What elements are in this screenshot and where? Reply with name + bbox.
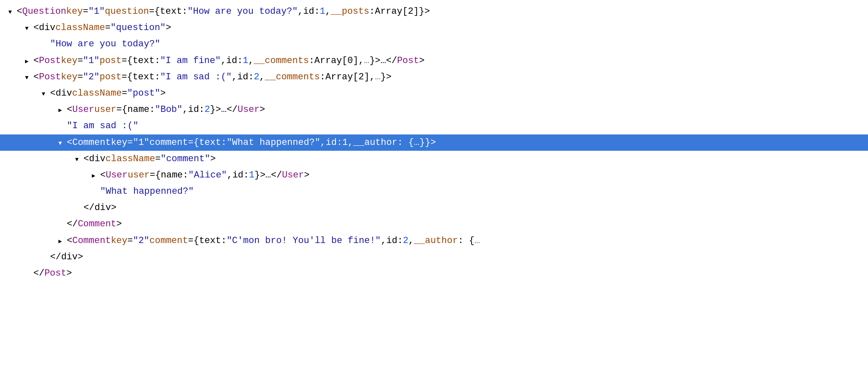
code-token-punct: <: [67, 233, 72, 248]
tree-toggle-arrow[interactable]: [58, 139, 67, 148]
code-token-punct: }}>: [419, 135, 436, 150]
code-token-punct: :: [309, 53, 314, 68]
tree-line[interactable]: "I am sad :(": [0, 118, 868, 134]
tree-toggle-arrow[interactable]: [92, 171, 100, 180]
code-token-string: "1": [88, 4, 105, 19]
tree-line[interactable]: </Comment>: [0, 216, 868, 232]
tree-line[interactable]: <Question key="1" question={text: "How a…: [0, 3, 868, 20]
tree-toggle-arrow[interactable]: [58, 237, 67, 246]
code-token-plain: text:: [199, 233, 227, 248]
code-token-punct: ,: [358, 53, 364, 68]
code-token-punct: <: [83, 152, 89, 166]
code-token-punct: =: [127, 135, 133, 150]
code-token-plain: div: [61, 250, 78, 264]
code-token-punct: :: [320, 70, 326, 84]
code-token-punct: <: [17, 4, 22, 19]
code-token-attr: __posts: [331, 4, 369, 19]
code-token-punct: ={: [121, 70, 132, 84]
tree-line[interactable]: "What happenned?": [0, 183, 868, 200]
tree-line[interactable]: <User user={name: "Bob", id: 2}>…</User>: [0, 101, 868, 118]
code-token-gray: …: [474, 233, 480, 248]
code-token-tag: Comment: [72, 233, 111, 248]
code-token-punct: <: [67, 102, 72, 117]
code-token-punct: : {: [458, 233, 474, 248]
code-token-plain: text:: [199, 135, 227, 150]
tree-line[interactable]: <div className="question">: [0, 20, 868, 36]
code-token-punct: ,: [259, 70, 265, 84]
code-token-plain: text:: [133, 53, 160, 68]
code-token-attr: user: [128, 168, 150, 182]
tree-toggle-arrow[interactable]: [42, 89, 50, 99]
code-token-punct: ={: [149, 4, 160, 19]
code-token-punct: ,: [409, 233, 414, 248]
tree-toggle-arrow[interactable]: [25, 24, 33, 33]
tree-line[interactable]: <Comment key="1" comment={text: "What ha…: [0, 134, 868, 151]
code-token-punct: >: [210, 152, 216, 166]
code-token-tag: User: [237, 102, 260, 117]
tree-toggle-arrow[interactable]: [75, 155, 83, 164]
tree-line[interactable]: <div className="post">: [0, 85, 868, 101]
tree-line[interactable]: <Post key="2" post={text: "I am sad :(",…: [0, 69, 868, 85]
code-token-string: "What happenned?": [100, 184, 194, 199]
code-token-punct: >: [111, 200, 116, 215]
code-token-punct: >: [66, 266, 72, 281]
code-token-punct: </: [67, 217, 78, 231]
code-token-string: "post": [127, 86, 160, 101]
code-token-string: "2": [133, 233, 149, 248]
code-token-gray: …: [375, 70, 381, 84]
tree-line[interactable]: </Post>: [0, 265, 868, 281]
code-token-plain: Array[0]: [314, 53, 358, 68]
code-token-attr: __comments: [265, 70, 320, 84]
code-token-punct: }>…</: [255, 168, 282, 182]
code-token-punct: <: [67, 135, 72, 150]
code-token-number: 2: [254, 70, 259, 84]
tree-line[interactable]: <Comment key="2" comment={text: "C'mon b…: [0, 233, 868, 249]
code-token-punct: }>: [381, 70, 391, 84]
code-token-plain: id:: [232, 168, 249, 182]
code-token-punct: <: [33, 20, 39, 35]
code-token-string: "How are you today?": [187, 4, 298, 19]
code-token-punct: ,: [320, 135, 326, 150]
code-token-gray: …: [414, 135, 419, 150]
code-token-attr: user: [94, 102, 116, 117]
code-token-plain: text:: [160, 4, 187, 19]
code-token-punct: =: [122, 86, 127, 101]
code-token-string: "What happenned?": [227, 135, 320, 150]
tree-line[interactable]: <div className="comment">: [0, 151, 868, 167]
code-token-punct: </: [83, 200, 94, 215]
code-token-tag: Post: [397, 53, 419, 68]
code-token-attr: __comments: [254, 53, 309, 68]
tree-line[interactable]: "How are you today?": [0, 36, 868, 52]
code-token-tag: User: [72, 102, 94, 117]
tree-line[interactable]: <User user={name: "Alice", id: 1}>…</Use…: [0, 167, 868, 183]
code-token-number: 1: [320, 4, 325, 19]
code-token-plain: name:: [127, 102, 155, 117]
code-token-punct: : {: [397, 135, 414, 150]
devtools-panel: <Question key="1" question={text: "How a…: [0, 0, 868, 285]
code-token-punct: </: [33, 266, 44, 281]
code-token-plain: id:: [326, 135, 343, 150]
code-token-attr: className: [106, 152, 155, 166]
code-token-number: 2: [204, 102, 210, 117]
code-token-tag: Post: [39, 70, 61, 84]
code-token-punct: ,: [369, 70, 375, 84]
code-token-string: "Bob": [155, 102, 182, 117]
code-token-punct: <: [100, 168, 106, 182]
tree-line[interactable]: <Post key="1" post={text: "I am fine", i…: [0, 53, 868, 69]
tree-line[interactable]: </div>: [0, 249, 868, 265]
code-token-string: "Alice": [188, 168, 227, 182]
code-token-punct: :: [369, 4, 375, 19]
code-token-attr: className: [56, 20, 105, 35]
code-token-string: "I am fine": [160, 53, 221, 68]
code-token-punct: =: [78, 70, 83, 84]
tree-toggle-arrow[interactable]: [25, 73, 33, 82]
code-token-punct: =: [83, 4, 88, 19]
tree-toggle-arrow[interactable]: [8, 8, 17, 17]
code-token-attr: className: [72, 86, 122, 101]
tree-toggle-arrow[interactable]: [58, 106, 67, 115]
tree-line[interactable]: </div>: [0, 200, 868, 216]
tree-toggle-arrow[interactable]: [25, 57, 33, 66]
code-token-punct: ={: [116, 102, 127, 117]
code-token-punct: ,: [232, 70, 237, 84]
code-token-punct: >: [160, 86, 166, 101]
